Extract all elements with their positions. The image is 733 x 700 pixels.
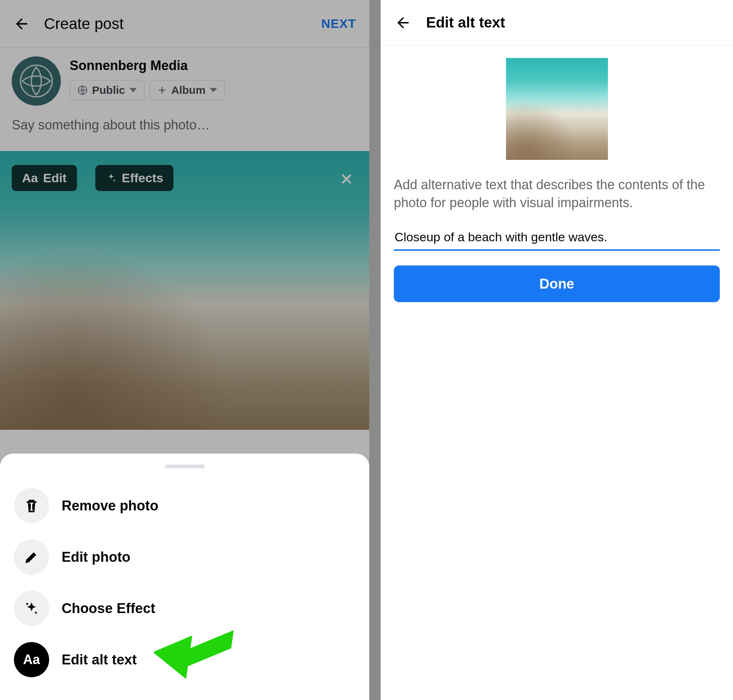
pencil-icon [14, 540, 49, 575]
alt-text-header: Edit alt text [381, 0, 733, 46]
alt-text-description: Add alternative text that describes the … [394, 176, 720, 212]
sheet-drag-handle[interactable] [165, 465, 205, 468]
done-button[interactable]: Done [394, 265, 720, 302]
choose-effect-item[interactable]: Choose Effect [14, 583, 355, 634]
edit-photo-item[interactable]: Edit photo [14, 531, 355, 583]
alt-text-aa-icon: Aa [14, 642, 49, 677]
edit-alt-text-item[interactable]: Aa Edit alt text [14, 634, 355, 685]
page-title: Edit alt text [426, 14, 505, 31]
photo-thumbnail [506, 58, 608, 160]
alt-text-input[interactable] [394, 228, 720, 251]
back-arrow-icon[interactable] [394, 14, 411, 31]
pane-divider [369, 0, 381, 700]
photo-action-sheet: Remove photo Edit photo Choose Effect Aa… [0, 454, 369, 700]
edit-alt-text-screen: Edit alt text Add alternative text that … [381, 0, 733, 700]
create-post-screen: Create post NEXT Sonnenberg Media Public [0, 0, 369, 700]
remove-photo-item[interactable]: Remove photo [14, 480, 355, 531]
sparkle-icon [14, 591, 49, 626]
trash-icon [14, 488, 49, 523]
